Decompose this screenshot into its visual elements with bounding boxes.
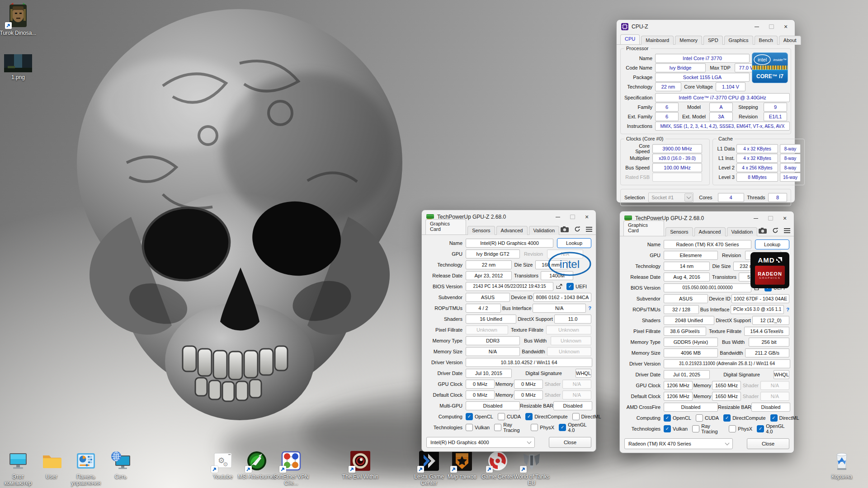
world-of-tanks-icon xyxy=(521,450,542,472)
desktop-icon-label: MSI Afterburner xyxy=(238,474,276,480)
close-button[interactable]: × xyxy=(778,21,793,32)
desktop-icon-softether[interactable]: SoftEther VPN Clie... xyxy=(272,450,311,487)
shortcut-arrow-icon xyxy=(5,22,12,29)
directml-checkbox[interactable] xyxy=(770,414,778,422)
close-button[interactable]: Close xyxy=(747,438,789,449)
desktop-icon-recycle-bin[interactable]: Корзина xyxy=(822,450,861,480)
opengl-checkbox[interactable] xyxy=(559,424,566,431)
minimize-button[interactable] xyxy=(749,213,763,224)
directml-checkbox[interactable] xyxy=(572,413,580,420)
turok-icon xyxy=(6,3,30,28)
desktop-icon-evil-within[interactable]: The Evil Within xyxy=(341,450,380,480)
close-button[interactable]: Close xyxy=(549,437,591,448)
tab-sensors[interactable]: Sensors xyxy=(665,227,693,236)
release-date-field: Aug 4, 2016 xyxy=(664,272,710,282)
physx-checkbox[interactable] xyxy=(531,424,538,431)
refresh-icon[interactable] xyxy=(574,226,580,232)
screenshot-camera-icon[interactable] xyxy=(561,226,569,232)
tab-advanced[interactable]: Advanced xyxy=(496,226,528,235)
desktop-icon-game-center[interactable]: Game Center xyxy=(478,450,517,480)
tab-graphics-card[interactable]: Graphics Card xyxy=(425,219,466,235)
socket-selection-dropdown[interactable]: Socket #1 xyxy=(648,192,693,202)
bus-help-icon[interactable]: ? xyxy=(588,305,591,311)
rops-tmus-field: 32 / 128 xyxy=(664,305,699,314)
desktop-icon-network[interactable]: Сеть xyxy=(101,450,140,480)
cpuz-tab-bar: CPU Mainboard Memory SPD Graphics Bench … xyxy=(617,33,795,45)
directcompute-checkbox[interactable] xyxy=(525,413,533,420)
desktop-icon-user-folder[interactable]: User xyxy=(32,450,71,480)
shortcut-arrow-icon xyxy=(279,466,286,473)
selection-bar: Selection Socket #1 Cores 4 Threads 8 xyxy=(620,189,791,206)
field-label: Driver Date xyxy=(624,372,664,377)
menu-icon[interactable] xyxy=(586,227,592,232)
tab-validation[interactable]: Validation xyxy=(727,227,758,236)
field-label: Memory xyxy=(693,383,712,388)
close-button[interactable]: × xyxy=(580,211,594,222)
opencl-checkbox[interactable] xyxy=(664,414,671,422)
tab-validation[interactable]: Validation xyxy=(529,226,560,235)
field-label: Family xyxy=(624,104,655,110)
opengl-checkbox[interactable] xyxy=(757,425,764,432)
uefi-checkbox[interactable] xyxy=(566,283,574,290)
field-label: Subvendor xyxy=(624,296,664,301)
menu-icon[interactable] xyxy=(784,228,790,233)
maximize-button[interactable] xyxy=(763,213,778,224)
checkbox-label: DirectCompute xyxy=(732,415,765,421)
shortcut-arrow-icon xyxy=(417,466,424,473)
maximize-button[interactable] xyxy=(565,211,580,222)
tab-advanced[interactable]: Advanced xyxy=(694,227,726,236)
desktop-icon-mir-tankov[interactable]: Мир танков xyxy=(443,450,481,480)
screenshot-camera-icon[interactable] xyxy=(759,228,767,234)
desktop-icon-youtube[interactable]: ⚙ ⚙ Youtube xyxy=(203,450,242,480)
gpuz-tab-bar: Graphics Card Sensors Advanced Validatio… xyxy=(620,225,794,236)
gpu-select-dropdown[interactable]: Intel(R) HD Graphics 4000 xyxy=(426,437,535,448)
tab-spd[interactable]: SPD xyxy=(703,36,723,45)
tab-graphics[interactable]: Graphics xyxy=(724,36,753,45)
cpuz-titlebar[interactable]: CPU-Z × xyxy=(617,20,795,33)
share-bios-icon[interactable] xyxy=(556,283,563,290)
cuda-checkbox[interactable] xyxy=(696,414,703,422)
tab-graphics-card[interactable]: Graphics Card xyxy=(623,221,664,236)
maximize-button[interactable] xyxy=(764,21,778,32)
refresh-icon[interactable] xyxy=(772,227,778,234)
minimize-button[interactable] xyxy=(551,211,565,222)
field-label: ROPs/TMUs xyxy=(624,307,664,312)
lookup-button[interactable]: Lookup xyxy=(557,238,591,248)
cache-group: Cache L1 Data4 x 32 KBytes8-way L1 Inst.… xyxy=(712,139,805,185)
lookup-button[interactable]: Lookup xyxy=(755,239,789,249)
tab-bench[interactable]: Bench xyxy=(755,36,778,45)
field-label: Shader xyxy=(543,392,562,398)
lesta-game-center-icon xyxy=(418,450,440,472)
gpu-field: Ivy Bridge GT2 xyxy=(466,249,520,258)
opencl-checkbox[interactable] xyxy=(466,413,473,420)
group-title: Cache xyxy=(717,136,735,141)
tab-memory[interactable]: Memory xyxy=(675,36,702,45)
minimize-button[interactable] xyxy=(750,21,764,32)
tab-sensors[interactable]: Sensors xyxy=(467,226,495,235)
tab-cpu[interactable]: CPU xyxy=(620,34,640,44)
raytracing-checkbox[interactable] xyxy=(692,425,699,432)
tab-mainboard[interactable]: Mainboard xyxy=(641,36,674,45)
gpu-select-dropdown[interactable]: Radeon (TM) RX 470 Series xyxy=(624,438,733,449)
field-label: Computing xyxy=(426,414,466,419)
desktop-icon-1png[interactable]: 1.png xyxy=(0,54,38,80)
field-label: Revision xyxy=(718,253,745,258)
bus-help-icon[interactable]: ? xyxy=(786,307,789,312)
desktop-icon-control-panel[interactable]: Панель управления xyxy=(66,450,105,487)
close-button[interactable]: × xyxy=(778,213,792,224)
directcompute-checkbox[interactable] xyxy=(723,414,731,422)
vulkan-checkbox[interactable] xyxy=(664,425,671,432)
wallpaper-skull xyxy=(27,0,705,488)
cuda-checkbox[interactable] xyxy=(498,413,505,420)
desktop-icon-wot-eu[interactable]: World of Tanks EU xyxy=(512,450,551,487)
raytracing-checkbox[interactable] xyxy=(494,424,501,431)
desktop-icon-turok[interactable]: Turok Dinosa... xyxy=(0,3,38,36)
vulkan-checkbox[interactable] xyxy=(466,424,473,431)
pixel-fillrate-field: 38.6 GPixel/s xyxy=(664,327,706,336)
physx-checkbox[interactable] xyxy=(729,425,736,432)
field-label: Shaders xyxy=(624,318,664,323)
gpuz-radeon-window: TechPowerUp GPU-Z 2.68.0 × Graphics Card… xyxy=(619,211,794,453)
desktop-icon-msi-afterburner[interactable]: MSI Afterburner xyxy=(237,450,276,480)
tab-about[interactable]: About xyxy=(779,36,801,45)
gpu-name-field: Radeon (TM) RX 470 Series xyxy=(664,240,751,249)
